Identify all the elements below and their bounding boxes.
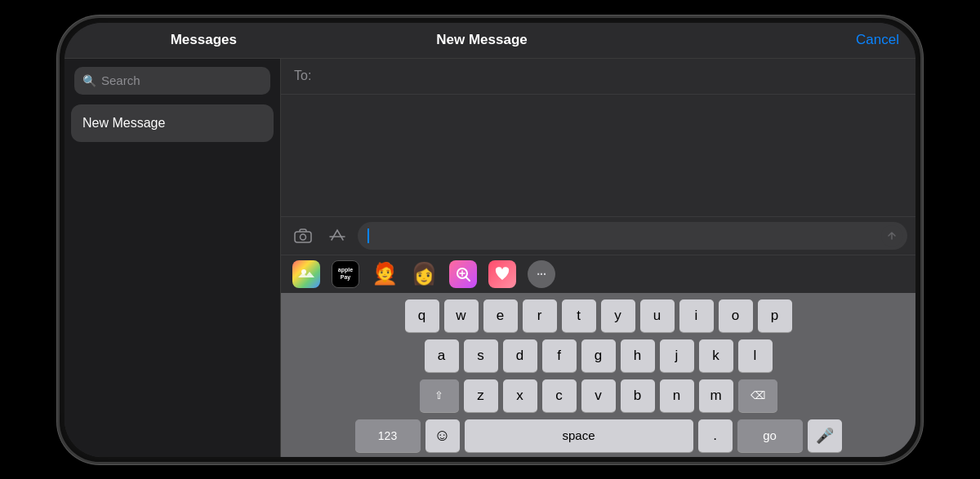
key-p[interactable]: p (758, 299, 792, 332)
key-r[interactable]: r (523, 299, 557, 332)
search-icon: 🔍 (82, 74, 96, 87)
send-button[interactable] (881, 225, 902, 246)
photos-icon[interactable] (292, 260, 320, 288)
new-message-title: New Message (343, 32, 621, 48)
new-message-item-label: New Message (82, 116, 165, 130)
cancel-button[interactable]: Cancel (856, 32, 899, 47)
key-numbers[interactable]: 123 (355, 419, 421, 452)
keyboard-row-2: a s d f g h j k l (284, 339, 912, 372)
message-input-wrap[interactable] (358, 222, 907, 250)
device-screen: Messages New Message Cancel 🔍 Search New… (65, 23, 915, 457)
key-mic[interactable]: 🎤 (808, 419, 842, 452)
message-toolbar (281, 216, 915, 255)
to-bar: To: (281, 59, 915, 95)
memoji1-icon[interactable]: 🧑‍🦰 (371, 260, 399, 288)
key-f[interactable]: f (542, 339, 577, 372)
top-bar-right: Cancel (621, 32, 915, 48)
key-a[interactable]: a (425, 339, 459, 372)
heart-icon[interactable] (488, 260, 516, 288)
key-u[interactable]: u (640, 299, 675, 332)
keyboard-row-3: ⇧ z x c v b n m ⌫ (284, 379, 912, 412)
camera-icon[interactable] (289, 222, 317, 250)
keyboard-row-1: q w e r t y u i o p (284, 299, 912, 332)
search-bar[interactable]: 🔍 Search (74, 67, 270, 95)
search-input-label: Search (101, 73, 140, 87)
key-period[interactable]: . (698, 419, 733, 452)
key-emoji[interactable]: ☺ (425, 419, 460, 452)
key-b[interactable]: b (621, 379, 655, 412)
key-k[interactable]: k (699, 339, 733, 372)
key-v[interactable]: v (581, 379, 616, 412)
bottom-area: applePay 🧑‍🦰 👩 (281, 216, 915, 457)
key-x[interactable]: x (503, 379, 537, 412)
key-t[interactable]: t (562, 299, 596, 332)
key-go[interactable]: go (737, 419, 803, 452)
svg-rect-0 (295, 232, 311, 242)
key-delete[interactable]: ⌫ (738, 379, 777, 412)
key-l[interactable]: l (738, 339, 773, 372)
key-z[interactable]: z (464, 379, 498, 412)
main-content: 🔍 Search New Message To: (65, 59, 915, 457)
keyboard-row-4: 123 ☺ space . go 🎤 (284, 419, 912, 452)
key-e[interactable]: e (483, 299, 518, 332)
key-w[interactable]: w (444, 299, 479, 332)
key-j[interactable]: j (660, 339, 694, 372)
key-q[interactable]: q (405, 299, 439, 332)
key-h[interactable]: h (621, 339, 655, 372)
to-input[interactable] (316, 69, 902, 83)
svg-point-1 (301, 234, 306, 240)
more-apps-icon[interactable]: ··· (528, 260, 555, 288)
key-m[interactable]: m (699, 379, 733, 412)
right-panel: To: (281, 59, 915, 457)
key-g[interactable]: g (581, 339, 616, 372)
key-space[interactable]: space (465, 419, 693, 452)
left-panel: 🔍 Search New Message (65, 59, 281, 457)
to-label: To: (294, 69, 311, 83)
app-icons-row: applePay 🧑‍🦰 👩 (281, 255, 915, 293)
messages-title: Messages (65, 32, 343, 48)
key-o[interactable]: o (719, 299, 753, 332)
sticker-search-icon[interactable] (449, 260, 477, 288)
appstore-icon[interactable] (323, 222, 351, 250)
top-bar: Messages New Message Cancel (65, 23, 915, 59)
new-message-list-item[interactable]: New Message (71, 104, 274, 142)
key-c[interactable]: c (542, 379, 577, 412)
keyboard: q w e r t y u i o p a (281, 293, 915, 457)
cursor (368, 228, 369, 243)
key-s[interactable]: s (464, 339, 498, 372)
key-shift[interactable]: ⇧ (420, 379, 459, 412)
memoji2-icon[interactable]: 👩 (410, 260, 438, 288)
device: Messages New Message Cancel 🔍 Search New… (57, 16, 923, 464)
apple-pay-icon[interactable]: applePay (332, 260, 359, 288)
key-y[interactable]: y (601, 299, 635, 332)
key-d[interactable]: d (503, 339, 537, 372)
compose-area (281, 95, 915, 216)
key-i[interactable]: i (679, 299, 714, 332)
key-n[interactable]: n (660, 379, 694, 412)
